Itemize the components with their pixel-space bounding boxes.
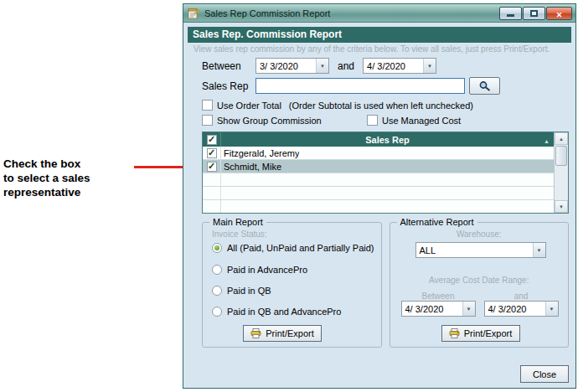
- radio-icon: [212, 307, 222, 317]
- alternative-report-title: Alternative Report: [397, 217, 477, 227]
- printer-icon: [250, 328, 261, 338]
- alt-date-from-select[interactable]: 4/ 3/2020: [401, 301, 476, 317]
- use-order-total-label: Use Order Total: [217, 101, 281, 111]
- select-all-checkbox[interactable]: [207, 135, 217, 145]
- row-checkbox-cell: [203, 173, 221, 186]
- annotation-line-1: Check the box: [3, 157, 90, 171]
- main-report-title: Main Report: [209, 217, 266, 227]
- close-label: Close: [533, 369, 556, 379]
- grid-filler: [203, 200, 554, 213]
- alt-date-from-value: 4/ 3/2020: [402, 302, 462, 316]
- dialog-description: View sales rep commission by any of the …: [194, 44, 567, 54]
- main-print-export-button[interactable]: Print/Export: [243, 325, 322, 342]
- print-export-label: Print/Export: [266, 328, 313, 338]
- sales-rep-label: Sales Rep: [202, 80, 255, 92]
- row-checkbox-cell: [203, 187, 221, 199]
- column-header-label: Sales Rep: [365, 135, 410, 145]
- sales-rep-row-filter: Sales Rep: [202, 77, 575, 95]
- sales-rep-row[interactable]: Schmidt, Mike: [203, 160, 554, 173]
- use-order-total-checkbox[interactable]: [202, 100, 213, 111]
- sales-rep-column-header[interactable]: Sales Rep: [221, 132, 554, 147]
- order-subtotal-note: (Order Subtotal is used when left unchec…: [289, 101, 473, 111]
- radio-label: Paid in QB and AdvancePro: [227, 307, 341, 317]
- alt-date-to-select[interactable]: 4/ 3/2020: [484, 301, 559, 317]
- sales-rep-name: Fitzgerald, Jeremy: [221, 148, 299, 158]
- radio-option-paid-qb-advancepro[interactable]: Paid in QB and AdvancePro: [212, 307, 341, 317]
- date-from-value: 3/ 3/2020: [256, 59, 316, 73]
- annotation-line-3: representative: [3, 185, 90, 199]
- chevron-down-icon[interactable]: [533, 243, 545, 257]
- print-export-label: Print/Export: [464, 328, 512, 338]
- report-panels: Main Report Invoice Status: All (Paid, U…: [202, 222, 569, 348]
- radio-label: All (Paid, UnPaid and Partially Paid): [227, 243, 374, 253]
- annotation-line-2: to select a sales: [3, 171, 90, 185]
- maximize-button[interactable]: [523, 7, 545, 20]
- use-managed-cost-checkbox[interactable]: [367, 115, 378, 126]
- scroll-up-button[interactable]: [555, 132, 568, 145]
- commission-options-row: Show Group Commission Use Managed Cost: [202, 115, 575, 126]
- window-controls: [499, 7, 572, 20]
- sales-rep-search-button[interactable]: [469, 77, 500, 95]
- radio-label: Paid in QB: [227, 286, 271, 296]
- printer-icon: [449, 328, 460, 338]
- use-order-total-row: Use Order Total (Order Subtotal is used …: [202, 100, 575, 111]
- close-icon: [556, 6, 563, 21]
- sales-rep-input[interactable]: [255, 78, 465, 94]
- sales-rep-grid: Sales Rep Fitzgerald, Jeremy Schmidt, Mi…: [202, 132, 569, 214]
- use-managed-cost-label: Use Managed Cost: [382, 116, 461, 126]
- chevron-down-icon[interactable]: [423, 59, 436, 73]
- alt-print-export-button[interactable]: Print/Export: [441, 325, 520, 342]
- empty-grid-row: [203, 173, 554, 187]
- radio-icon: [212, 286, 222, 296]
- warehouse-select[interactable]: ALL: [415, 242, 546, 258]
- radio-label: Paid in AdvancePro: [227, 265, 307, 275]
- arrow-shaft: [134, 166, 190, 168]
- empty-grid-row: [203, 187, 554, 200]
- titlebar[interactable]: Sales Rep Commission Report: [183, 4, 575, 23]
- filler-checkbox-column: [203, 200, 221, 213]
- date-range-row: Between 3/ 3/2020 and 4/ 3/2020: [202, 58, 575, 74]
- show-group-commission-label: Show Group Commission: [217, 116, 322, 126]
- date-to-value: 4/ 3/2020: [364, 59, 423, 73]
- row-checkbox[interactable]: [207, 162, 217, 172]
- date-from-select[interactable]: 3/ 3/2020: [255, 58, 329, 74]
- radio-icon: [212, 265, 222, 275]
- chevron-down-icon[interactable]: [462, 302, 475, 316]
- window-title: Sales Rep Commission Report: [204, 8, 499, 18]
- vertical-scrollbar[interactable]: [554, 132, 568, 213]
- sales-rep-name: Schmidt, Mike: [221, 162, 281, 172]
- radio-option-all-paid[interactable]: All (Paid, UnPaid and Partially Paid): [212, 243, 374, 253]
- alt-between-label: Between: [401, 291, 476, 301]
- sales-rep-row[interactable]: Fitzgerald, Jeremy: [203, 147, 554, 160]
- show-group-commission-checkbox[interactable]: [202, 115, 213, 126]
- radio-option-paid-advancepro[interactable]: Paid in AdvancePro: [212, 265, 307, 275]
- chevron-down-icon[interactable]: [316, 59, 328, 73]
- row-checkbox[interactable]: [207, 148, 217, 158]
- select-all-cell: [203, 132, 221, 147]
- sales-rep-commission-dialog: Sales Rep Commission Report Sales Rep. C…: [183, 3, 576, 389]
- scroll-track[interactable]: [555, 167, 568, 200]
- maximize-icon: [530, 10, 538, 17]
- minimize-button[interactable]: [499, 7, 522, 20]
- chevron-down-icon[interactable]: [545, 302, 558, 316]
- and-label: and: [338, 60, 354, 72]
- row-checkbox-cell: [203, 147, 221, 159]
- main-report-groupbox: Main Report Invoice Status: All (Paid, U…: [202, 222, 382, 348]
- warehouse-value: ALL: [416, 243, 533, 257]
- scroll-down-button[interactable]: [555, 200, 568, 213]
- search-icon: [478, 80, 492, 91]
- radio-selected-icon: [212, 243, 222, 253]
- radio-option-paid-qb[interactable]: Paid in QB: [212, 286, 271, 296]
- dialog-heading: Sales Rep. Commission Report: [188, 27, 571, 43]
- close-window-button[interactable]: [546, 7, 572, 20]
- close-button[interactable]: Close: [520, 365, 569, 383]
- alt-date-to-value: 4/ 3/2020: [485, 302, 545, 316]
- date-to-select[interactable]: 4/ 3/2020: [363, 58, 436, 74]
- scroll-thumb[interactable]: [555, 146, 567, 166]
- warehouse-label: Warehouse:: [390, 230, 569, 239]
- sort-asc-icon: [544, 135, 550, 145]
- alt-and-label: and: [484, 291, 559, 301]
- row-checkbox-cell: [203, 160, 221, 173]
- grid-header: Sales Rep: [203, 132, 554, 147]
- report-app-icon: [188, 8, 200, 19]
